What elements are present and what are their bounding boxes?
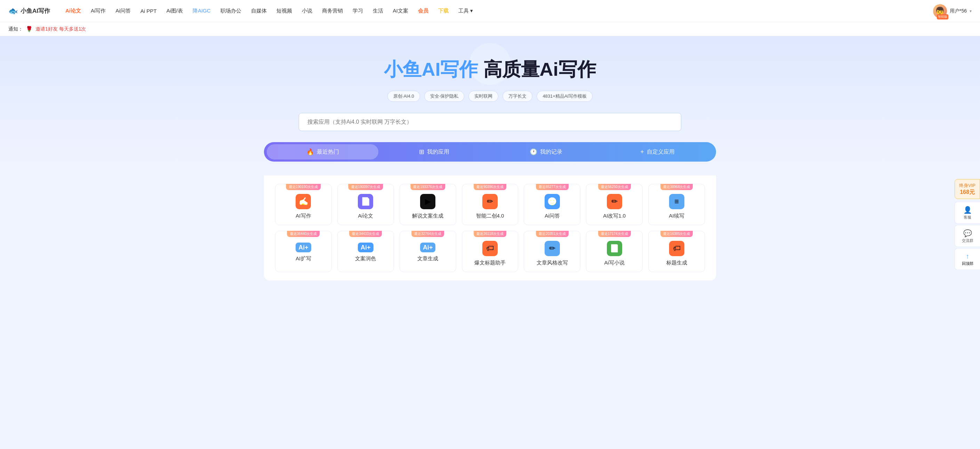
- app-icon: 🏷: [482, 241, 498, 256]
- tab-icon-hot: 🔥: [306, 148, 314, 156]
- app-badge: 最近56250次生成: [598, 184, 631, 190]
- nav-item-download[interactable]: 下载: [434, 6, 453, 16]
- app-icon: Ai+: [420, 241, 436, 252]
- app-badge: 最近190190次生成: [286, 184, 321, 190]
- nav-item-marketing[interactable]: 商务营销: [318, 6, 347, 16]
- app-icon: 📄: [358, 194, 373, 209]
- app-card[interactable]: 最近38968次生成≡AI续写: [648, 184, 705, 225]
- notice-bar: 通知： 🌹 邀请1好友 每天多送1次: [0, 22, 980, 36]
- app-badge: 最近90396次生成: [474, 184, 506, 190]
- app-icon: ✏: [607, 194, 622, 209]
- avatar-badge: 智能版: [937, 14, 948, 19]
- app-grid-row1: 最近190190次生成✍AI写作最近190097次生成📄Ai论文最近193376…: [275, 184, 705, 225]
- app-icon: ✏: [545, 241, 560, 256]
- logo-fish-icon: 🐟: [8, 6, 18, 16]
- nav-item-ai-write[interactable]: Ai写作: [87, 6, 110, 16]
- nav-item-ai-chart[interactable]: Ai图/表: [162, 6, 187, 16]
- avatar: 👦 智能版: [933, 4, 947, 18]
- user-menu[interactable]: 👦 智能版 用户*56 ▾: [933, 4, 972, 18]
- app-card[interactable]: 最近56250次生成✏AI改写1.0: [586, 184, 643, 225]
- tab-my-records[interactable]: 🕐我的记录: [490, 144, 601, 160]
- app-card[interactable]: 最近17174次生成📗Ai写小说: [586, 231, 643, 272]
- tab-icon-my-records: 🕐: [530, 148, 537, 156]
- app-icon: ≡: [669, 194, 684, 209]
- app-badge: 最近34433次生成: [349, 231, 382, 237]
- app-badge: 最近36440次生成: [287, 231, 320, 237]
- hero-badge: 4831+精品AI写作模板: [536, 91, 593, 102]
- nav-item-media[interactable]: 自媒体: [247, 6, 271, 16]
- hero-badge: 原创·AI4.0: [387, 91, 420, 102]
- group-label: 交流群: [958, 238, 977, 243]
- vip-label: 终身VIP: [959, 182, 975, 189]
- user-name: 用户*56: [950, 8, 967, 14]
- app-badge: 最近193376次生成: [410, 184, 445, 190]
- tab-custom[interactable]: +自定义应用: [601, 144, 713, 160]
- tab-label-custom: 自定义应用: [647, 148, 675, 156]
- nav-item-study[interactable]: 学习: [348, 6, 367, 16]
- hero-title: 小鱼AI写作 高质量Ai写作: [8, 57, 972, 83]
- app-name: AI扩写: [296, 255, 311, 262]
- nav-item-life[interactable]: 生活: [369, 6, 387, 16]
- notice-link[interactable]: 邀请1好友 每天多送1次: [35, 26, 86, 32]
- app-name: Ai写小说: [605, 260, 625, 266]
- tab-hot[interactable]: 🔥最近热门: [267, 144, 379, 160]
- nav-item-video[interactable]: 短视频: [272, 6, 296, 16]
- tabs-bar: 🔥最近热门⊞我的应用🕐我的记录+自定义应用: [264, 142, 716, 162]
- app-card[interactable]: 最近26118次生成🏷爆文标题助手: [462, 231, 519, 272]
- hero-badge: 实时联网: [468, 91, 498, 102]
- app-card[interactable]: 最近85277次生成😊Ai问答: [524, 184, 581, 225]
- app-grid-section: 最近190190次生成✍AI写作最近190097次生成📄Ai论文最近193376…: [264, 176, 716, 281]
- app-badge: 最近26118次生成: [474, 231, 506, 237]
- app-badge: 最近85277次生成: [536, 184, 569, 190]
- app-name: 标题生成: [666, 260, 687, 266]
- sidebar-up-btn[interactable]: ↑ 回顶部: [955, 249, 980, 270]
- app-card[interactable]: 最近32764次生成Ai+文章生成: [399, 231, 456, 272]
- sidebar-customer-btn[interactable]: 👤 客服: [955, 202, 980, 224]
- app-card[interactable]: 最近90396次生成✏智能二创4.0: [462, 184, 519, 225]
- app-card[interactable]: 最近36440次生成Ai+AI扩写: [275, 231, 332, 272]
- nav-item-ai-copy[interactable]: AI文案: [389, 6, 412, 16]
- logo[interactable]: 🐟 小鱼AI写作: [8, 6, 50, 16]
- app-name: Ai论文: [358, 213, 373, 219]
- customer-icon: 👤: [958, 206, 977, 214]
- app-name: 文章生成: [417, 255, 438, 262]
- app-card[interactable]: 最近20351次生成✏文章风格改写: [524, 231, 581, 272]
- app-badge: 最近17174次生成: [598, 231, 631, 237]
- app-card[interactable]: 最近16385次生成🏷标题生成: [648, 231, 705, 272]
- app-icon: Ai+: [296, 241, 311, 252]
- nav-item-ai-paper[interactable]: Ai论文: [61, 6, 85, 16]
- app-name: AI改写1.0: [603, 213, 626, 219]
- tab-my-apps[interactable]: ⊞我的应用: [379, 144, 490, 160]
- app-name: 文章风格改写: [536, 260, 568, 266]
- app-name: Ai问答: [545, 213, 560, 219]
- nav-item-tools[interactable]: 工具 ▾: [454, 6, 477, 16]
- notice-label: 通知：: [8, 26, 23, 32]
- nav-item-member[interactable]: 会员: [414, 6, 433, 16]
- nav-item-office[interactable]: 职场办公: [216, 6, 245, 16]
- sidebar-group-btn[interactable]: 💬 交流群: [955, 225, 980, 247]
- tab-label-my-apps: 我的应用: [427, 148, 449, 156]
- nav-item-ai-qa[interactable]: Ai问答: [111, 6, 135, 16]
- hero-title-blue: 小鱼AI写作: [384, 59, 478, 79]
- search-input[interactable]: [307, 119, 673, 125]
- search-box[interactable]: [299, 113, 681, 131]
- app-card[interactable]: 最近190097次生成📄Ai论文: [337, 184, 394, 225]
- tab-icon-my-apps: ⊞: [419, 148, 424, 156]
- navbar: 🐟 小鱼AI写作 Ai论文Ai写作Ai问答Ai PPTAi图/表降AIGC职场办…: [0, 0, 980, 22]
- app-name: 爆文标题助手: [474, 260, 506, 266]
- nav-item-ai-ppt[interactable]: Ai PPT: [136, 6, 161, 16]
- app-icon: ✏: [482, 194, 498, 209]
- app-badge: 最近20351次生成: [536, 231, 569, 237]
- app-badge: 最近38968次生成: [660, 184, 693, 190]
- app-icon: ▶: [420, 194, 435, 209]
- nav-item-novel[interactable]: 小说: [298, 6, 317, 16]
- nav-item-aigc[interactable]: 降AIGC: [188, 6, 215, 16]
- app-card[interactable]: 最近193376次生成▶解说文案生成: [399, 184, 456, 225]
- app-card[interactable]: 最近34433次生成Ai+文案润色: [337, 231, 394, 272]
- hero-title-dark: 高质量Ai写作: [484, 59, 596, 79]
- app-card[interactable]: 最近190190次生成✍AI写作: [275, 184, 332, 225]
- app-grid-row2: 最近36440次生成Ai+AI扩写最近34433次生成Ai+文案润色最近3276…: [275, 231, 705, 272]
- sidebar-vip[interactable]: 终身VIP 168元: [955, 179, 980, 199]
- app-icon: 🏷: [669, 241, 684, 256]
- hero-badge: 万字长文: [503, 91, 533, 102]
